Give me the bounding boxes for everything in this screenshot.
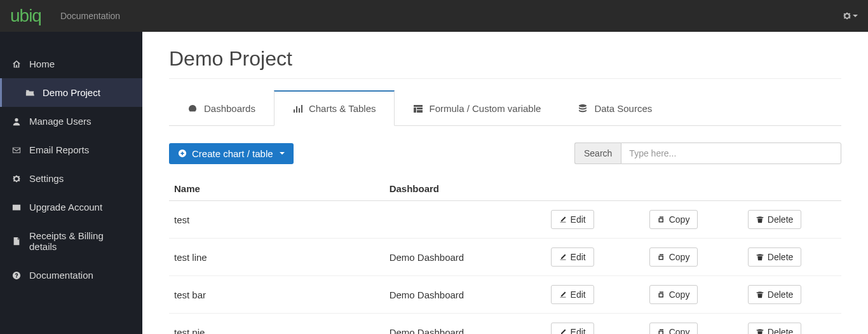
edit-button[interactable]: Edit: [551, 247, 594, 267]
cell-name: test bar: [169, 276, 384, 314]
edit-button[interactable]: Edit: [551, 285, 594, 304]
cell-dashboard: Demo Dashboard: [384, 276, 546, 314]
sidebar-item-label: Upgrade Account: [29, 202, 102, 212]
edit-icon: [559, 253, 567, 261]
home-icon: [11, 60, 22, 69]
toolbar: Create chart / table Search: [169, 143, 841, 164]
question-icon: [11, 271, 22, 280]
settings-menu[interactable]: [843, 11, 858, 20]
dashboard-icon: [187, 104, 198, 114]
user-icon: [11, 117, 22, 126]
credit-card-icon: [11, 203, 22, 212]
trash-icon: [756, 291, 764, 298]
sidebar-item-label: Email Reports: [29, 144, 89, 155]
search-label: Search: [574, 143, 621, 164]
copy-icon: [658, 291, 665, 298]
tab-dashboards[interactable]: Dashboards: [169, 90, 274, 126]
nav-documentation-link[interactable]: Documentation: [60, 11, 120, 21]
sidebar: Home Demo Project Manage Users Email Rep…: [0, 32, 142, 334]
cell-name: test: [169, 201, 384, 239]
envelope-icon: [11, 146, 22, 155]
copy-button[interactable]: Copy: [649, 210, 698, 229]
sidebar-item-label: Settings: [29, 173, 64, 184]
copy-icon: [658, 328, 665, 334]
caret-down-icon: [853, 15, 858, 17]
grid-icon: [413, 104, 423, 114]
create-chart-button[interactable]: Create chart / table: [169, 143, 294, 164]
search-group: Search: [574, 143, 841, 164]
copy-icon: [658, 216, 665, 223]
copy-icon: [658, 253, 665, 261]
edit-button[interactable]: Edit: [551, 323, 594, 334]
edit-icon: [559, 328, 567, 334]
delete-button[interactable]: Delete: [748, 323, 801, 334]
charts-table: Name Dashboard test Edit Copy Delete tes…: [169, 177, 841, 334]
edit-icon: [559, 216, 567, 223]
tab-label: Charts & Tables: [309, 103, 376, 114]
search-input[interactable]: [621, 143, 841, 164]
tabs: Dashboards Charts & Tables Formula / Cus…: [169, 90, 841, 126]
tab-data-sources[interactable]: Data Sources: [559, 90, 670, 126]
bar-chart-icon: [292, 104, 302, 114]
header-dashboard: Dashboard: [384, 177, 546, 201]
table-row: test pie Demo Dashboard Edit Copy Delete: [169, 314, 841, 335]
cell-name: test line: [169, 239, 384, 276]
sidebar-item-receipts-billing[interactable]: Receipts & Billing details: [0, 221, 142, 261]
sidebar-item-settings[interactable]: Settings: [0, 164, 142, 193]
sidebar-item-demo-project[interactable]: Demo Project: [0, 78, 142, 107]
table-row: test line Demo Dashboard Edit Copy Delet…: [169, 239, 841, 276]
header-name: Name: [169, 177, 384, 201]
navbar: ubiq Documentation: [0, 0, 868, 32]
delete-button[interactable]: Delete: [748, 210, 801, 229]
sidebar-item-email-reports[interactable]: Email Reports: [0, 136, 142, 164]
sidebar-item-home[interactable]: Home: [0, 50, 142, 78]
sidebar-item-label: Receipts & Billing details: [29, 230, 131, 252]
cell-dashboard: Demo Dashboard: [384, 314, 546, 335]
gear-icon: [843, 11, 851, 20]
file-icon: [11, 237, 22, 246]
tab-label: Data Sources: [594, 103, 652, 114]
folder-open-icon: [25, 88, 35, 97]
cell-dashboard: [384, 201, 546, 239]
sidebar-item-label: Home: [29, 59, 55, 69]
create-chart-label: Create chart / table: [192, 148, 273, 159]
delete-button[interactable]: Delete: [748, 247, 801, 267]
edit-icon: [559, 291, 567, 298]
plus-circle-icon: [178, 149, 187, 158]
page-title: Demo Project: [169, 47, 841, 79]
trash-icon: [756, 253, 764, 261]
cell-name: test pie: [169, 314, 384, 335]
sidebar-item-upgrade-account[interactable]: Upgrade Account: [0, 193, 142, 221]
copy-button[interactable]: Copy: [649, 323, 698, 334]
gear-icon: [11, 174, 22, 183]
database-icon: [578, 104, 588, 114]
sidebar-item-label: Demo Project: [43, 87, 100, 98]
sidebar-item-documentation[interactable]: Documentation: [0, 261, 142, 289]
sidebar-item-manage-users[interactable]: Manage Users: [0, 107, 142, 136]
copy-button[interactable]: Copy: [649, 285, 698, 304]
tab-label: Formula / Custom variable: [430, 103, 541, 114]
cell-dashboard: Demo Dashboard: [384, 239, 546, 276]
edit-button[interactable]: Edit: [551, 210, 594, 229]
tab-formula[interactable]: Formula / Custom variable: [395, 90, 560, 126]
delete-button[interactable]: Delete: [748, 285, 801, 304]
tab-label: Dashboards: [204, 103, 255, 114]
table-row: test Edit Copy Delete: [169, 201, 841, 239]
brand-logo[interactable]: ubiq: [10, 6, 41, 26]
main-content: Demo Project Dashboards Charts & Tables …: [142, 32, 868, 334]
sidebar-item-label: Manage Users: [29, 116, 92, 127]
table-row: test bar Demo Dashboard Edit Copy Delete: [169, 276, 841, 314]
caret-down-icon: [280, 152, 285, 155]
copy-button[interactable]: Copy: [649, 247, 698, 267]
sidebar-item-label: Documentation: [29, 270, 93, 281]
tab-charts-tables[interactable]: Charts & Tables: [274, 90, 395, 126]
trash-icon: [756, 216, 764, 223]
trash-icon: [756, 328, 764, 334]
